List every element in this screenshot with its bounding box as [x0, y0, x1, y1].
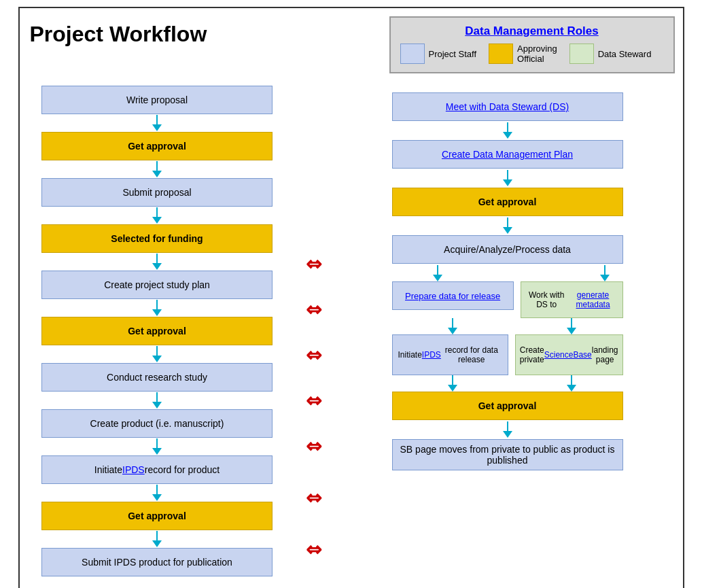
- arrow-line-1: [156, 115, 158, 124]
- arrow-6: [152, 346, 162, 362]
- box-get-approval-right-1: Get approval: [392, 188, 623, 216]
- box-sciencebase: Create private ScienceBase landing page: [515, 334, 623, 375]
- data-flow: Meet with Data Steward (DS) Create Data …: [343, 86, 673, 588]
- red-arrow-product-icon: ⇔: [306, 435, 321, 457]
- teal-head-4: [503, 431, 512, 438]
- teal-arrow-3: [503, 218, 512, 234]
- arrow-line-6: [156, 346, 158, 356]
- branch-arrows: [392, 265, 623, 281]
- legend-item-blue: Project Staff: [400, 44, 477, 64]
- red-arrow-approval: ⇔: [306, 341, 321, 369]
- branch-arrow-right: [600, 265, 610, 281]
- arrow-line-10: [156, 531, 158, 540]
- legend-swatch-green: [569, 44, 594, 64]
- teal-head-br: [600, 275, 610, 281]
- branch-arrow-left: [433, 265, 442, 281]
- legend-label-yellow: ApprovingOfficial: [517, 44, 557, 64]
- teal-line-sb: [571, 375, 572, 385]
- arrow-10: [152, 531, 162, 547]
- box-get-approval-2: Get approval: [41, 317, 273, 345]
- teal-head-p: [448, 328, 457, 334]
- arrow-head-1: [152, 124, 162, 131]
- arrow-head-9: [152, 494, 162, 501]
- ipds-link-product[interactable]: IPDS: [122, 464, 145, 475]
- connector-col: ⇔ ⇔ ⇔ ⇔ ⇔: [285, 86, 343, 588]
- teal-head-sb: [567, 385, 576, 392]
- teal-line-p: [452, 318, 453, 328]
- arrow-line-4: [156, 254, 158, 263]
- box-create-project-plan: Create project study plan: [41, 271, 273, 299]
- red-arrow-research: ⇔: [306, 386, 321, 415]
- arrow-1: [152, 115, 162, 131]
- teal-arrow-1: [503, 122, 512, 139]
- box-get-approval-1: Get approval: [41, 132, 273, 160]
- arrow-line-8: [156, 438, 158, 448]
- box-get-approval-right-2: Get approval: [392, 392, 623, 420]
- box-ipds-data: Initiate IPDS record for data release: [392, 334, 508, 375]
- box-prepare-data: Prepare data for release: [392, 281, 514, 310]
- link-prepare-data[interactable]: Prepare data for release: [405, 291, 500, 301]
- arrow-8: [152, 438, 162, 455]
- link-sciencebase[interactable]: ScienceBase: [544, 350, 592, 360]
- arrow-5: [152, 300, 162, 316]
- box-selected-funding: Selected for funding: [41, 224, 273, 253]
- branch-arrows-3: [392, 375, 623, 392]
- red-arrow-submit-icon: ⇔: [306, 584, 321, 589]
- teal-head-1: [503, 132, 512, 139]
- legend-swatch-blue: [400, 44, 425, 64]
- main-container: Data Management Roles Project Staff Appr…: [18, 7, 684, 588]
- arrow-head-7: [152, 402, 162, 409]
- teal-head-bl: [433, 275, 442, 281]
- box-meet-ds: Meet with Data Steward (DS): [392, 92, 623, 121]
- teal-line-br: [604, 265, 606, 275]
- box-submit-proposal: Submit proposal: [41, 178, 273, 207]
- legend-title: Data Management Roles: [400, 24, 664, 38]
- arrow-4: [152, 254, 162, 270]
- red-arrow-funding: ⇔: [306, 249, 321, 278]
- teal-head-3: [503, 227, 512, 234]
- legend-label-blue: Project Staff: [429, 49, 477, 59]
- red-arrow-product: ⇔: [306, 432, 321, 460]
- red-arrow-approval2: ⇔: [306, 535, 321, 564]
- teal-line-m: [571, 318, 572, 328]
- arrow-line-3: [156, 207, 158, 217]
- arrow-head-8: [152, 448, 162, 455]
- arrow-head-3: [152, 217, 162, 224]
- box-sb-public: SB page moves from private to public as …: [392, 439, 623, 470]
- teal-arrow-4: [503, 421, 512, 438]
- link-generate-metadata[interactable]: generate metadata: [568, 290, 618, 309]
- arrow-7: [152, 392, 162, 409]
- teal-line-4: [507, 421, 508, 431]
- branch-arrows-2: [392, 318, 623, 334]
- link-create-dmp[interactable]: Create Data Management Plan: [442, 149, 573, 160]
- project-flow: Write proposal Get approval Submit propo…: [30, 86, 285, 588]
- teal-line-2: [507, 170, 508, 179]
- arrow-3: [152, 207, 162, 224]
- branch-boxes: Prepare data for release Work with DS to…: [392, 281, 623, 318]
- teal-line-bl: [437, 265, 438, 275]
- red-arrow-submit: ⇔: [306, 581, 321, 588]
- teal-head-m: [567, 328, 576, 334]
- legend-item-green: Data Steward: [569, 44, 652, 64]
- link-meet-ds[interactable]: Meet with Data Steward (DS): [446, 101, 569, 112]
- red-arrow-ipds: ⇔: [306, 477, 321, 518]
- arrow-sb-down: [521, 375, 623, 392]
- red-arrow-plan: ⇔: [306, 295, 321, 324]
- box-get-approval-3: Get approval: [41, 502, 273, 530]
- arrow-metadata: [521, 318, 623, 334]
- red-arrow-research-icon: ⇔: [306, 390, 321, 412]
- red-arrow-ipds-icon: ⇔: [306, 487, 321, 509]
- arrow-head-5: [152, 309, 162, 316]
- arrow-prepare: [392, 318, 514, 334]
- teal-head-id: [448, 385, 457, 392]
- box-create-dmp: Create Data Management Plan: [392, 140, 623, 169]
- legend-item-yellow: ApprovingOfficial: [489, 44, 557, 64]
- legend-items: Project Staff ApprovingOfficial Data Ste…: [400, 44, 664, 64]
- box-conduct-research: Conduct research study: [41, 363, 273, 392]
- arrow-line-7: [156, 392, 158, 402]
- legend-box: Data Management Roles Project Staff Appr…: [389, 16, 675, 73]
- arrow-head-10: [152, 540, 162, 547]
- red-arrow-approval-icon: ⇔: [306, 344, 321, 366]
- ipds-link-data[interactable]: IPDS: [422, 350, 441, 360]
- arrow-line-9: [156, 485, 158, 494]
